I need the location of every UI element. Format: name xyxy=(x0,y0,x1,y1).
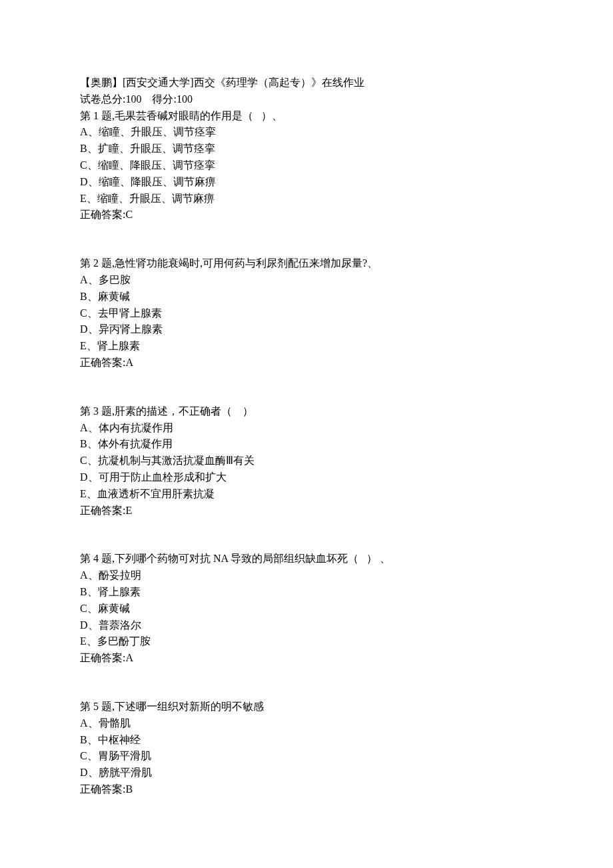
question-option: C、胃肠平滑肌 xyxy=(80,748,533,765)
question-option: E、肾上腺素 xyxy=(80,338,533,355)
question-option: B、扩瞳、升眼压、调节痉挛 xyxy=(80,141,533,157)
question-option: A、酚妥拉明 xyxy=(80,567,533,584)
question-answer: 正确答案:C xyxy=(80,207,533,223)
question-option: A、体内有抗凝作用 xyxy=(80,420,533,437)
question-option: D、可用于防止血栓形成和扩大 xyxy=(80,469,533,486)
question-option: B、肾上腺素 xyxy=(80,584,533,601)
question-option: B、麻黄碱 xyxy=(80,289,533,305)
document-page: 【奥鹏】[西安交通大学]西交《药理学（高起专）》在线作业 试卷总分:100 得分… xyxy=(0,0,613,868)
question-stem: 第 2 题,急性肾功能衰竭时,可用何药与利尿剂配伍来增加尿量?、 xyxy=(80,255,533,272)
question-option: C、抗凝机制与其激活抗凝血酶Ⅲ有关 xyxy=(80,453,533,469)
question-option: B、中枢神经 xyxy=(80,732,533,749)
question-answer: 正确答案:B xyxy=(80,781,533,798)
question-option: D、异丙肾上腺素 xyxy=(80,321,533,338)
question-option: A、骨骼肌 xyxy=(80,715,533,732)
question-stem: 第 4 题,下列哪个药物可对抗 NA 导致的局部组织缺血坏死（ ） 、 xyxy=(80,551,533,567)
question-answer: 正确答案:A xyxy=(80,650,533,667)
question-option: D、缩瞳、降眼压、调节麻痹 xyxy=(80,174,533,191)
question-stem: 第 1 题,毛果芸香碱对眼睛的作用是（ ）、 xyxy=(80,108,533,125)
question-option: C、麻黄碱 xyxy=(80,601,533,617)
question-stem: 第 5 题,下述哪一组织对新斯的明不敏感 xyxy=(80,699,533,715)
question-answer: 正确答案:A xyxy=(80,355,533,371)
question-option: C、去甲肾上腺素 xyxy=(80,305,533,322)
question-option: C、缩瞳、降眼压、调节痉挛 xyxy=(80,157,533,174)
question-option: E、缩瞳、升眼压、调节麻痹 xyxy=(80,191,533,207)
question-option: D、膀胱平滑肌 xyxy=(80,765,533,781)
question-option: A、缩瞳、升眼压、调节痉挛 xyxy=(80,124,533,141)
question-stem: 第 3 题,肝素的描述，不正确者（ ） xyxy=(80,403,533,420)
question-option: E、多巴酚丁胺 xyxy=(80,633,533,650)
question-option: D、普萘洛尔 xyxy=(80,617,533,634)
question-option: E、血液透析不宜用肝素抗凝 xyxy=(80,486,533,503)
assignment-title: 【奥鹏】[西安交通大学]西交《药理学（高起专）》在线作业 xyxy=(80,75,533,91)
score-line: 试卷总分:100 得分:100 xyxy=(80,91,533,108)
question-answer: 正确答案:E xyxy=(80,503,533,519)
question-option: A、多巴胺 xyxy=(80,272,533,289)
question-option: B、体外有抗凝作用 xyxy=(80,436,533,453)
